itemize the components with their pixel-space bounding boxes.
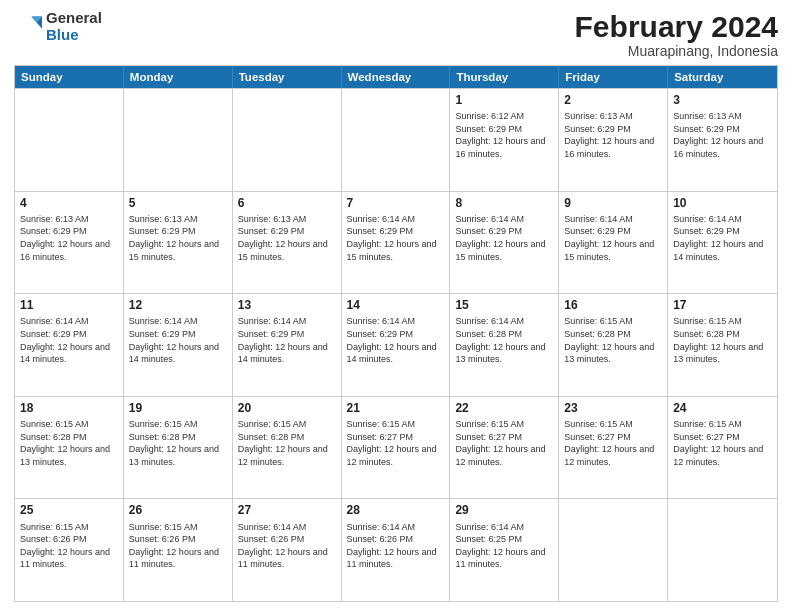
calendar-cell xyxy=(124,89,233,191)
calendar-cell: 16Sunrise: 6:15 AM Sunset: 6:28 PM Dayli… xyxy=(559,294,668,396)
day-number: 18 xyxy=(20,400,118,416)
day-number: 2 xyxy=(564,92,662,108)
logo-icon xyxy=(14,13,42,41)
logo-general: General xyxy=(46,10,102,27)
logo: General Blue xyxy=(14,10,102,43)
calendar-cell: 18Sunrise: 6:15 AM Sunset: 6:28 PM Dayli… xyxy=(15,397,124,499)
day-info: Sunrise: 6:14 AM Sunset: 6:29 PM Dayligh… xyxy=(455,213,553,263)
calendar-header-cell: Wednesday xyxy=(342,66,451,88)
calendar-cell: 25Sunrise: 6:15 AM Sunset: 6:26 PM Dayli… xyxy=(15,499,124,601)
calendar-cell: 24Sunrise: 6:15 AM Sunset: 6:27 PM Dayli… xyxy=(668,397,777,499)
day-info: Sunrise: 6:12 AM Sunset: 6:29 PM Dayligh… xyxy=(455,110,553,160)
day-number: 24 xyxy=(673,400,772,416)
day-info: Sunrise: 6:15 AM Sunset: 6:28 PM Dayligh… xyxy=(564,315,662,365)
title-block: February 2024 Muarapinang, Indonesia xyxy=(575,10,778,59)
calendar-cell: 7Sunrise: 6:14 AM Sunset: 6:29 PM Daylig… xyxy=(342,192,451,294)
day-number: 27 xyxy=(238,502,336,518)
calendar-cell: 13Sunrise: 6:14 AM Sunset: 6:29 PM Dayli… xyxy=(233,294,342,396)
day-info: Sunrise: 6:15 AM Sunset: 6:28 PM Dayligh… xyxy=(20,418,118,468)
day-info: Sunrise: 6:14 AM Sunset: 6:29 PM Dayligh… xyxy=(673,213,772,263)
day-info: Sunrise: 6:15 AM Sunset: 6:27 PM Dayligh… xyxy=(455,418,553,468)
day-info: Sunrise: 6:15 AM Sunset: 6:27 PM Dayligh… xyxy=(347,418,445,468)
day-info: Sunrise: 6:15 AM Sunset: 6:26 PM Dayligh… xyxy=(20,521,118,571)
day-info: Sunrise: 6:14 AM Sunset: 6:26 PM Dayligh… xyxy=(238,521,336,571)
calendar-cell: 1Sunrise: 6:12 AM Sunset: 6:29 PM Daylig… xyxy=(450,89,559,191)
calendar-cell: 17Sunrise: 6:15 AM Sunset: 6:28 PM Dayli… xyxy=(668,294,777,396)
day-number: 14 xyxy=(347,297,445,313)
day-number: 22 xyxy=(455,400,553,416)
calendar-cell: 27Sunrise: 6:14 AM Sunset: 6:26 PM Dayli… xyxy=(233,499,342,601)
day-info: Sunrise: 6:15 AM Sunset: 6:28 PM Dayligh… xyxy=(238,418,336,468)
calendar-page: General Blue February 2024 Muarapinang, … xyxy=(0,0,792,612)
day-number: 11 xyxy=(20,297,118,313)
calendar-cell: 19Sunrise: 6:15 AM Sunset: 6:28 PM Dayli… xyxy=(124,397,233,499)
day-number: 25 xyxy=(20,502,118,518)
calendar-cell: 5Sunrise: 6:13 AM Sunset: 6:29 PM Daylig… xyxy=(124,192,233,294)
day-info: Sunrise: 6:14 AM Sunset: 6:29 PM Dayligh… xyxy=(20,315,118,365)
day-info: Sunrise: 6:14 AM Sunset: 6:29 PM Dayligh… xyxy=(238,315,336,365)
calendar: SundayMondayTuesdayWednesdayThursdayFrid… xyxy=(14,65,778,602)
calendar-row: 18Sunrise: 6:15 AM Sunset: 6:28 PM Dayli… xyxy=(15,396,777,499)
calendar-cell: 15Sunrise: 6:14 AM Sunset: 6:28 PM Dayli… xyxy=(450,294,559,396)
calendar-cell: 9Sunrise: 6:14 AM Sunset: 6:29 PM Daylig… xyxy=(559,192,668,294)
calendar-header-cell: Sunday xyxy=(15,66,124,88)
calendar-body: 1Sunrise: 6:12 AM Sunset: 6:29 PM Daylig… xyxy=(15,88,777,601)
day-info: Sunrise: 6:15 AM Sunset: 6:27 PM Dayligh… xyxy=(564,418,662,468)
day-number: 8 xyxy=(455,195,553,211)
calendar-cell: 23Sunrise: 6:15 AM Sunset: 6:27 PM Dayli… xyxy=(559,397,668,499)
calendar-cell xyxy=(342,89,451,191)
calendar-header-cell: Monday xyxy=(124,66,233,88)
day-number: 23 xyxy=(564,400,662,416)
day-number: 28 xyxy=(347,502,445,518)
day-number: 19 xyxy=(129,400,227,416)
calendar-cell xyxy=(668,499,777,601)
day-number: 7 xyxy=(347,195,445,211)
day-info: Sunrise: 6:15 AM Sunset: 6:27 PM Dayligh… xyxy=(673,418,772,468)
day-info: Sunrise: 6:13 AM Sunset: 6:29 PM Dayligh… xyxy=(564,110,662,160)
calendar-row: 25Sunrise: 6:15 AM Sunset: 6:26 PM Dayli… xyxy=(15,498,777,601)
calendar-header-cell: Saturday xyxy=(668,66,777,88)
day-number: 13 xyxy=(238,297,336,313)
calendar-cell: 26Sunrise: 6:15 AM Sunset: 6:26 PM Dayli… xyxy=(124,499,233,601)
calendar-cell: 12Sunrise: 6:14 AM Sunset: 6:29 PM Dayli… xyxy=(124,294,233,396)
day-number: 4 xyxy=(20,195,118,211)
subtitle: Muarapinang, Indonesia xyxy=(575,43,778,59)
logo-text: General Blue xyxy=(46,10,102,43)
day-number: 21 xyxy=(347,400,445,416)
calendar-cell: 20Sunrise: 6:15 AM Sunset: 6:28 PM Dayli… xyxy=(233,397,342,499)
day-info: Sunrise: 6:15 AM Sunset: 6:28 PM Dayligh… xyxy=(673,315,772,365)
day-info: Sunrise: 6:14 AM Sunset: 6:28 PM Dayligh… xyxy=(455,315,553,365)
day-info: Sunrise: 6:15 AM Sunset: 6:26 PM Dayligh… xyxy=(129,521,227,571)
calendar-cell: 10Sunrise: 6:14 AM Sunset: 6:29 PM Dayli… xyxy=(668,192,777,294)
day-number: 10 xyxy=(673,195,772,211)
day-info: Sunrise: 6:14 AM Sunset: 6:29 PM Dayligh… xyxy=(564,213,662,263)
day-number: 1 xyxy=(455,92,553,108)
calendar-header-cell: Thursday xyxy=(450,66,559,88)
day-info: Sunrise: 6:14 AM Sunset: 6:29 PM Dayligh… xyxy=(347,315,445,365)
logo-blue: Blue xyxy=(46,27,102,44)
calendar-cell: 14Sunrise: 6:14 AM Sunset: 6:29 PM Dayli… xyxy=(342,294,451,396)
calendar-cell xyxy=(559,499,668,601)
calendar-cell xyxy=(233,89,342,191)
day-number: 9 xyxy=(564,195,662,211)
day-info: Sunrise: 6:14 AM Sunset: 6:25 PM Dayligh… xyxy=(455,521,553,571)
calendar-cell: 29Sunrise: 6:14 AM Sunset: 6:25 PM Dayli… xyxy=(450,499,559,601)
calendar-cell: 3Sunrise: 6:13 AM Sunset: 6:29 PM Daylig… xyxy=(668,89,777,191)
day-info: Sunrise: 6:13 AM Sunset: 6:29 PM Dayligh… xyxy=(238,213,336,263)
calendar-cell: 4Sunrise: 6:13 AM Sunset: 6:29 PM Daylig… xyxy=(15,192,124,294)
day-number: 3 xyxy=(673,92,772,108)
calendar-row: 1Sunrise: 6:12 AM Sunset: 6:29 PM Daylig… xyxy=(15,88,777,191)
calendar-header-cell: Friday xyxy=(559,66,668,88)
calendar-header-row: SundayMondayTuesdayWednesdayThursdayFrid… xyxy=(15,66,777,88)
day-info: Sunrise: 6:14 AM Sunset: 6:29 PM Dayligh… xyxy=(347,213,445,263)
day-number: 29 xyxy=(455,502,553,518)
day-number: 15 xyxy=(455,297,553,313)
calendar-row: 4Sunrise: 6:13 AM Sunset: 6:29 PM Daylig… xyxy=(15,191,777,294)
calendar-cell xyxy=(15,89,124,191)
calendar-header-cell: Tuesday xyxy=(233,66,342,88)
calendar-cell: 28Sunrise: 6:14 AM Sunset: 6:26 PM Dayli… xyxy=(342,499,451,601)
calendar-cell: 11Sunrise: 6:14 AM Sunset: 6:29 PM Dayli… xyxy=(15,294,124,396)
day-info: Sunrise: 6:14 AM Sunset: 6:29 PM Dayligh… xyxy=(129,315,227,365)
calendar-cell: 2Sunrise: 6:13 AM Sunset: 6:29 PM Daylig… xyxy=(559,89,668,191)
calendar-cell: 8Sunrise: 6:14 AM Sunset: 6:29 PM Daylig… xyxy=(450,192,559,294)
